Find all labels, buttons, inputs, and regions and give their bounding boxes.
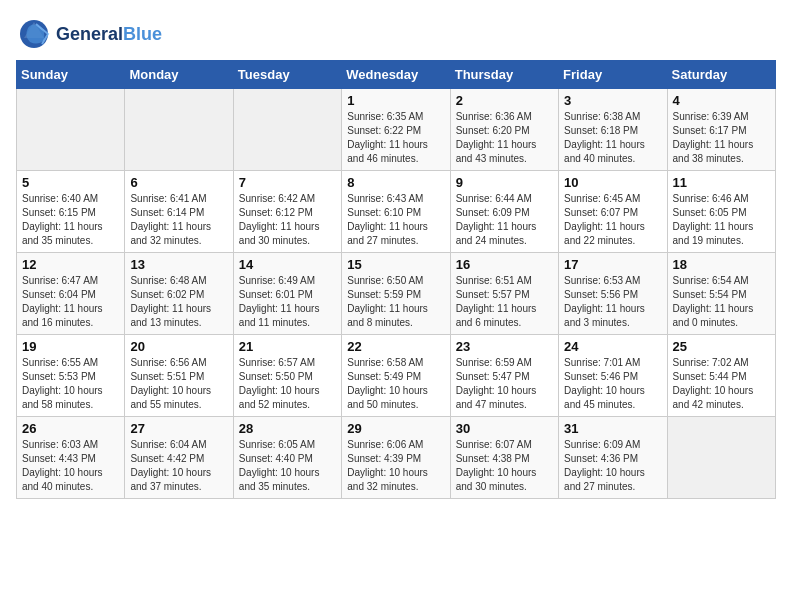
day-info: Sunrise: 6:41 AM Sunset: 6:14 PM Dayligh… — [130, 192, 227, 248]
day-info: Sunrise: 6:39 AM Sunset: 6:17 PM Dayligh… — [673, 110, 770, 166]
calendar-cell: 10Sunrise: 6:45 AM Sunset: 6:07 PM Dayli… — [559, 171, 667, 253]
calendar-cell: 22Sunrise: 6:58 AM Sunset: 5:49 PM Dayli… — [342, 335, 450, 417]
calendar-cell: 25Sunrise: 7:02 AM Sunset: 5:44 PM Dayli… — [667, 335, 775, 417]
calendar-cell: 21Sunrise: 6:57 AM Sunset: 5:50 PM Dayli… — [233, 335, 341, 417]
day-info: Sunrise: 6:49 AM Sunset: 6:01 PM Dayligh… — [239, 274, 336, 330]
calendar-week-row: 26Sunrise: 6:03 AM Sunset: 4:43 PM Dayli… — [17, 417, 776, 499]
calendar-cell: 8Sunrise: 6:43 AM Sunset: 6:10 PM Daylig… — [342, 171, 450, 253]
calendar-cell: 26Sunrise: 6:03 AM Sunset: 4:43 PM Dayli… — [17, 417, 125, 499]
weekday-header-saturday: Saturday — [667, 61, 775, 89]
day-info: Sunrise: 7:01 AM Sunset: 5:46 PM Dayligh… — [564, 356, 661, 412]
day-info: Sunrise: 6:42 AM Sunset: 6:12 PM Dayligh… — [239, 192, 336, 248]
calendar-cell: 17Sunrise: 6:53 AM Sunset: 5:56 PM Dayli… — [559, 253, 667, 335]
calendar-cell: 2Sunrise: 6:36 AM Sunset: 6:20 PM Daylig… — [450, 89, 558, 171]
day-info: Sunrise: 6:05 AM Sunset: 4:40 PM Dayligh… — [239, 438, 336, 494]
day-info: Sunrise: 6:06 AM Sunset: 4:39 PM Dayligh… — [347, 438, 444, 494]
day-number: 20 — [130, 339, 227, 354]
day-number: 1 — [347, 93, 444, 108]
calendar-week-row: 19Sunrise: 6:55 AM Sunset: 5:53 PM Dayli… — [17, 335, 776, 417]
day-info: Sunrise: 6:51 AM Sunset: 5:57 PM Dayligh… — [456, 274, 553, 330]
day-info: Sunrise: 6:58 AM Sunset: 5:49 PM Dayligh… — [347, 356, 444, 412]
calendar-cell: 31Sunrise: 6:09 AM Sunset: 4:36 PM Dayli… — [559, 417, 667, 499]
day-number: 29 — [347, 421, 444, 436]
calendar-table: SundayMondayTuesdayWednesdayThursdayFrid… — [16, 60, 776, 499]
calendar-cell: 24Sunrise: 7:01 AM Sunset: 5:46 PM Dayli… — [559, 335, 667, 417]
calendar-week-row: 5Sunrise: 6:40 AM Sunset: 6:15 PM Daylig… — [17, 171, 776, 253]
day-number: 25 — [673, 339, 770, 354]
day-info: Sunrise: 6:56 AM Sunset: 5:51 PM Dayligh… — [130, 356, 227, 412]
day-info: Sunrise: 6:47 AM Sunset: 6:04 PM Dayligh… — [22, 274, 119, 330]
weekday-header-friday: Friday — [559, 61, 667, 89]
calendar-cell: 1Sunrise: 6:35 AM Sunset: 6:22 PM Daylig… — [342, 89, 450, 171]
calendar-cell: 19Sunrise: 6:55 AM Sunset: 5:53 PM Dayli… — [17, 335, 125, 417]
calendar-week-row: 1Sunrise: 6:35 AM Sunset: 6:22 PM Daylig… — [17, 89, 776, 171]
day-number: 28 — [239, 421, 336, 436]
day-number: 16 — [456, 257, 553, 272]
day-info: Sunrise: 6:55 AM Sunset: 5:53 PM Dayligh… — [22, 356, 119, 412]
day-number: 3 — [564, 93, 661, 108]
calendar-cell — [125, 89, 233, 171]
calendar-cell: 14Sunrise: 6:49 AM Sunset: 6:01 PM Dayli… — [233, 253, 341, 335]
day-number: 9 — [456, 175, 553, 190]
calendar-cell: 7Sunrise: 6:42 AM Sunset: 6:12 PM Daylig… — [233, 171, 341, 253]
day-info: Sunrise: 6:48 AM Sunset: 6:02 PM Dayligh… — [130, 274, 227, 330]
calendar-cell: 16Sunrise: 6:51 AM Sunset: 5:57 PM Dayli… — [450, 253, 558, 335]
day-number: 17 — [564, 257, 661, 272]
logo: GeneralBlue — [16, 16, 162, 52]
calendar-cell: 20Sunrise: 6:56 AM Sunset: 5:51 PM Dayli… — [125, 335, 233, 417]
day-number: 11 — [673, 175, 770, 190]
day-info: Sunrise: 6:09 AM Sunset: 4:36 PM Dayligh… — [564, 438, 661, 494]
calendar-cell: 18Sunrise: 6:54 AM Sunset: 5:54 PM Dayli… — [667, 253, 775, 335]
day-number: 14 — [239, 257, 336, 272]
calendar-cell — [667, 417, 775, 499]
calendar-cell — [17, 89, 125, 171]
logo-icon — [16, 16, 52, 52]
weekday-header-sunday: Sunday — [17, 61, 125, 89]
day-info: Sunrise: 6:38 AM Sunset: 6:18 PM Dayligh… — [564, 110, 661, 166]
calendar-cell: 29Sunrise: 6:06 AM Sunset: 4:39 PM Dayli… — [342, 417, 450, 499]
calendar-cell: 13Sunrise: 6:48 AM Sunset: 6:02 PM Dayli… — [125, 253, 233, 335]
day-info: Sunrise: 6:53 AM Sunset: 5:56 PM Dayligh… — [564, 274, 661, 330]
day-info: Sunrise: 6:45 AM Sunset: 6:07 PM Dayligh… — [564, 192, 661, 248]
day-info: Sunrise: 6:54 AM Sunset: 5:54 PM Dayligh… — [673, 274, 770, 330]
weekday-header-tuesday: Tuesday — [233, 61, 341, 89]
calendar-cell: 9Sunrise: 6:44 AM Sunset: 6:09 PM Daylig… — [450, 171, 558, 253]
day-info: Sunrise: 6:50 AM Sunset: 5:59 PM Dayligh… — [347, 274, 444, 330]
day-info: Sunrise: 7:02 AM Sunset: 5:44 PM Dayligh… — [673, 356, 770, 412]
calendar-cell: 5Sunrise: 6:40 AM Sunset: 6:15 PM Daylig… — [17, 171, 125, 253]
day-info: Sunrise: 6:40 AM Sunset: 6:15 PM Dayligh… — [22, 192, 119, 248]
day-number: 6 — [130, 175, 227, 190]
day-number: 27 — [130, 421, 227, 436]
calendar-cell: 30Sunrise: 6:07 AM Sunset: 4:38 PM Dayli… — [450, 417, 558, 499]
calendar-cell: 15Sunrise: 6:50 AM Sunset: 5:59 PM Dayli… — [342, 253, 450, 335]
weekday-header-thursday: Thursday — [450, 61, 558, 89]
calendar-cell: 12Sunrise: 6:47 AM Sunset: 6:04 PM Dayli… — [17, 253, 125, 335]
calendar-cell: 6Sunrise: 6:41 AM Sunset: 6:14 PM Daylig… — [125, 171, 233, 253]
page-header: GeneralBlue — [16, 16, 776, 52]
calendar-cell: 11Sunrise: 6:46 AM Sunset: 6:05 PM Dayli… — [667, 171, 775, 253]
weekday-header-wednesday: Wednesday — [342, 61, 450, 89]
day-number: 19 — [22, 339, 119, 354]
day-number: 5 — [22, 175, 119, 190]
calendar-week-row: 12Sunrise: 6:47 AM Sunset: 6:04 PM Dayli… — [17, 253, 776, 335]
day-info: Sunrise: 6:59 AM Sunset: 5:47 PM Dayligh… — [456, 356, 553, 412]
day-number: 7 — [239, 175, 336, 190]
day-number: 22 — [347, 339, 444, 354]
day-number: 10 — [564, 175, 661, 190]
day-number: 31 — [564, 421, 661, 436]
logo-name: GeneralBlue — [56, 24, 162, 45]
day-number: 15 — [347, 257, 444, 272]
day-number: 23 — [456, 339, 553, 354]
day-info: Sunrise: 6:46 AM Sunset: 6:05 PM Dayligh… — [673, 192, 770, 248]
day-info: Sunrise: 6:07 AM Sunset: 4:38 PM Dayligh… — [456, 438, 553, 494]
day-info: Sunrise: 6:36 AM Sunset: 6:20 PM Dayligh… — [456, 110, 553, 166]
day-info: Sunrise: 6:57 AM Sunset: 5:50 PM Dayligh… — [239, 356, 336, 412]
day-number: 4 — [673, 93, 770, 108]
calendar-cell — [233, 89, 341, 171]
day-number: 21 — [239, 339, 336, 354]
calendar-cell: 23Sunrise: 6:59 AM Sunset: 5:47 PM Dayli… — [450, 335, 558, 417]
day-info: Sunrise: 6:43 AM Sunset: 6:10 PM Dayligh… — [347, 192, 444, 248]
day-number: 30 — [456, 421, 553, 436]
calendar-cell: 27Sunrise: 6:04 AM Sunset: 4:42 PM Dayli… — [125, 417, 233, 499]
weekday-header-monday: Monday — [125, 61, 233, 89]
